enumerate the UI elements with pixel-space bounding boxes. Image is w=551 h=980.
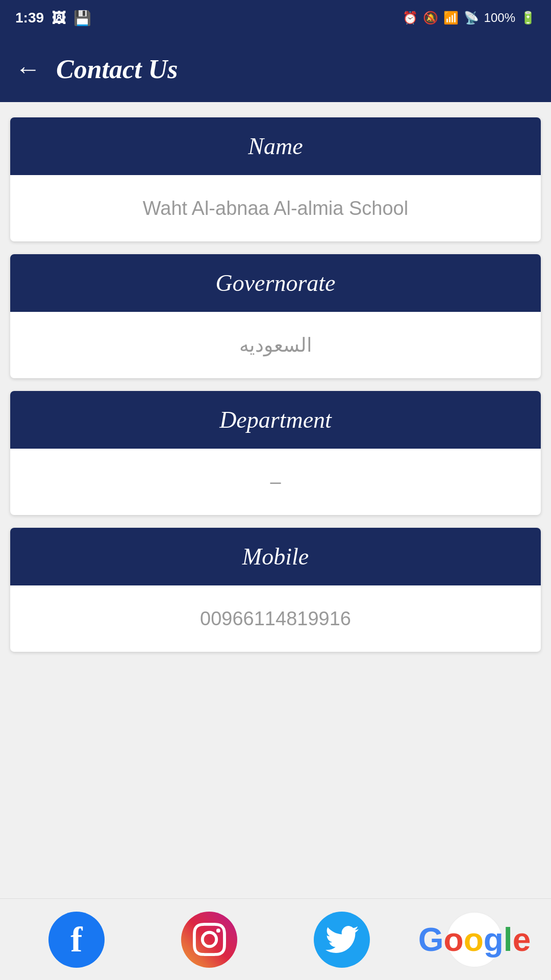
name-card-header: Name	[10, 117, 541, 175]
google-button[interactable]: Google	[446, 912, 503, 968]
facebook-button[interactable]: f	[48, 912, 105, 968]
alarm-icon: ⏰	[403, 11, 418, 25]
mobile-card-header: Mobile	[10, 528, 541, 585]
wifi-icon: 📶	[443, 11, 459, 25]
twitter-icon	[325, 923, 359, 956]
status-bar: 1:39 🖼 💾 ⏰ 🔕 📶 📡 100% 🔋	[0, 0, 551, 36]
name-card: Name Waht Al-abnaa Al-almia School	[10, 117, 541, 241]
toolbar: ← Contact Us	[0, 36, 551, 102]
mobile-card: Mobile 00966114819916	[10, 528, 541, 652]
battery-display: 100%	[484, 11, 515, 25]
department-card: Department –	[10, 391, 541, 515]
name-card-value: Waht Al-abnaa Al-almia School	[10, 175, 541, 241]
mobile-card-value: 00966114819916	[10, 585, 541, 652]
governorate-card-header: Governorate	[10, 254, 541, 312]
status-bar-right: ⏰ 🔕 📶 📡 100% 🔋	[403, 11, 536, 25]
mute-icon: 🔕	[423, 11, 438, 25]
instagram-button[interactable]	[181, 912, 237, 968]
twitter-button[interactable]	[314, 912, 370, 968]
back-button[interactable]: ←	[15, 54, 41, 84]
governorate-card-value: السعوديه	[10, 312, 541, 378]
instagram-icon	[193, 923, 226, 956]
google-icon: Google	[418, 921, 531, 959]
governorate-card: Governorate السعوديه	[10, 254, 541, 378]
facebook-icon: f	[70, 919, 82, 960]
main-content: Name Waht Al-abnaa Al-almia School Gover…	[0, 102, 551, 898]
department-card-header: Department	[10, 391, 541, 449]
bottom-nav: f Google	[0, 898, 551, 980]
time-display: 1:39	[15, 10, 44, 26]
signal-icon: 📡	[464, 11, 479, 25]
gallery-icon: 🖼	[52, 10, 66, 27]
status-bar-left: 1:39 🖼 💾	[15, 10, 91, 27]
page-title: Contact Us	[56, 54, 178, 84]
battery-icon: 🔋	[520, 11, 536, 25]
storage-icon: 💾	[73, 10, 91, 27]
department-card-value: –	[10, 449, 541, 515]
